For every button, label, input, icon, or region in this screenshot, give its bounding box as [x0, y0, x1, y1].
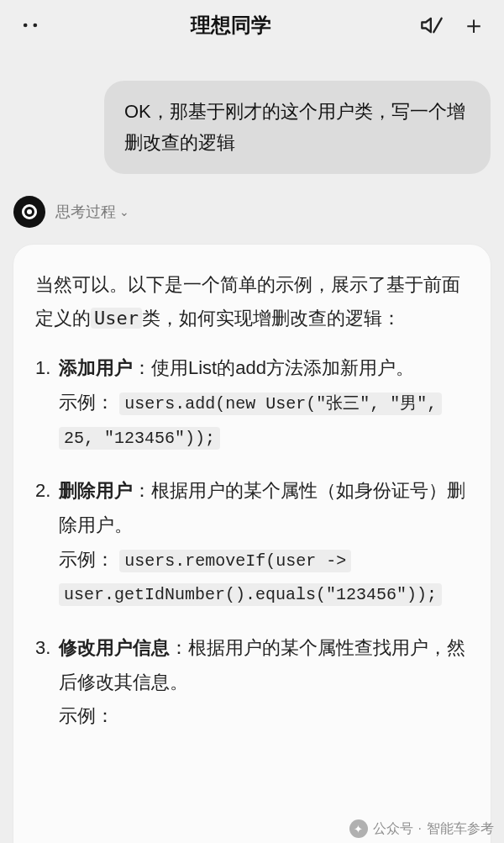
watermark-source-name: 智能车参考 — [427, 820, 494, 838]
more-menu-button[interactable] — [12, 7, 49, 44]
svg-marker-2 — [422, 18, 430, 32]
step-title: 添加用户 — [59, 357, 133, 378]
thinking-toggle[interactable]: 思考过程 ⌄ — [55, 202, 129, 222]
assistant-avatar — [13, 196, 45, 228]
thinking-label-text: 思考过程 — [55, 202, 116, 222]
thinking-row: 思考过程 ⌄ — [13, 196, 491, 228]
step-title: 修改用户信息 — [59, 637, 170, 658]
svg-line-3 — [433, 18, 441, 32]
wechat-icon: ✦ — [349, 819, 368, 838]
step-title: 删除用户 — [59, 480, 133, 501]
watermark-source-label: 公众号 — [373, 820, 413, 838]
mute-button[interactable] — [413, 7, 450, 44]
intro-text-after: 类，如何实现增删改查的逻辑： — [142, 308, 401, 329]
svg-point-1 — [34, 24, 38, 28]
step-desc: ：使用List的add方法添加新用户。 — [133, 357, 414, 378]
new-chat-button[interactable]: ＋ — [455, 7, 492, 44]
user-message-bubble[interactable]: OK，那基于刚才的这个用户类，写一个增删改查的逻辑 — [104, 81, 491, 174]
watermark-dot: · — [418, 821, 422, 836]
plus-icon: ＋ — [461, 8, 486, 43]
step-item-delete: 删除用户：根据用户的某个属性（如身份证号）删除用户。 示例： users.rem… — [59, 474, 469, 611]
speaker-muted-icon — [420, 13, 444, 37]
code-snippet[interactable]: users.add(new User("张三", "男", 25, "12345… — [59, 393, 442, 450]
avatar-eye-icon — [22, 204, 37, 219]
chevron-down-icon: ⌄ — [119, 205, 129, 219]
example-label: 示例： — [59, 549, 114, 570]
step-item-update: 修改用户信息：根据用户的某个属性查找用户，然后修改其信息。 示例： — [59, 631, 469, 734]
intro-code-pill: User — [91, 308, 142, 329]
steps-list: 添加用户：使用List的add方法添加新用户。 示例： users.add(ne… — [35, 351, 469, 734]
page-title: 理想同学 — [191, 12, 271, 39]
example-label: 示例： — [59, 705, 114, 726]
svg-point-0 — [24, 24, 28, 28]
step-item-add: 添加用户：使用List的add方法添加新用户。 示例： users.add(ne… — [59, 351, 469, 454]
user-message-row: OK，那基于刚才的这个用户类，写一个增删改查的逻辑 — [13, 81, 491, 174]
assistant-intro: 当然可以。以下是一个简单的示例，展示了基于前面定义的User类，如何实现增删改查… — [35, 268, 469, 336]
chat-area: OK，那基于刚才的这个用户类，写一个增删改查的逻辑 思考过程 ⌄ 当然可以。以下… — [0, 50, 504, 843]
dots-horizontal-icon — [18, 13, 42, 37]
example-label: 示例： — [59, 392, 114, 413]
source-watermark: ✦ 公众号 · 智能车参考 — [346, 818, 497, 840]
app-header: 理想同学 ＋ — [0, 0, 504, 50]
assistant-message-card: 当然可以。以下是一个简单的示例，展示了基于前面定义的User类，如何实现增删改查… — [13, 245, 491, 843]
code-snippet[interactable]: users.removeIf(user -> user.getIdNumber(… — [59, 550, 442, 607]
